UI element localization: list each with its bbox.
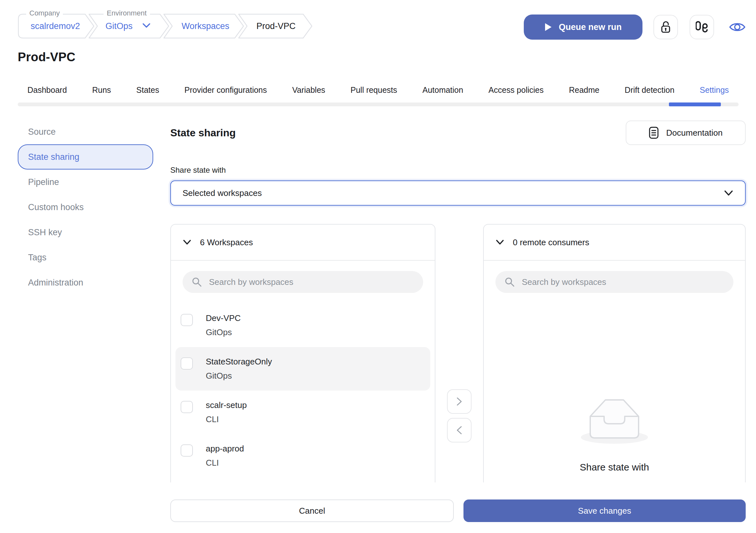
top-bar: Company scalrdemov2 Environment GitOps W… (0, 0, 756, 39)
breadcrumb-environment-label: Environment (103, 9, 150, 17)
transfer-controls (435, 224, 483, 482)
unlock-icon (660, 21, 672, 34)
unlock-button[interactable] (654, 15, 678, 39)
workspace-checkbox[interactable] (181, 357, 193, 369)
workspace-row-scalr-setup[interactable]: scalr-setup CLI (171, 391, 435, 434)
consumers-search-input[interactable] (522, 277, 724, 287)
link-button[interactable] (689, 15, 714, 39)
watch-button[interactable] (729, 21, 746, 33)
settings-sidebar: Source State sharing Pipeline Custom hoo… (18, 119, 153, 482)
sidebar-item-custom-hooks[interactable]: Custom hooks (18, 195, 153, 220)
chevron-down-icon[interactable] (182, 240, 192, 245)
workspace-row-statestorageonly[interactable]: StateStorageOnly GitOps (176, 347, 430, 391)
workspace-checkbox[interactable] (181, 444, 193, 457)
section-title: State sharing (170, 127, 236, 139)
form-footer: Cancel Save changes (170, 482, 746, 522)
remote-consumers-panel: 0 remote consumers (483, 224, 746, 482)
tab-pull-requests[interactable]: Pull requests (351, 86, 397, 95)
play-icon (544, 23, 552, 31)
tab-states[interactable]: States (136, 86, 159, 95)
tab-access-policies[interactable]: Access policies (489, 86, 544, 95)
workspace-row-dev-vpc[interactable]: Dev-VPC GitOps (171, 304, 435, 347)
tab-dashboard[interactable]: Dashboard (27, 86, 67, 95)
workspace-name: Dev-VPC (206, 313, 241, 323)
workspace-row-app-aprod[interactable]: app-aprod CLI (171, 434, 435, 478)
sidebar-item-pipeline[interactable]: Pipeline (18, 169, 153, 195)
tab-variables[interactable]: Variables (292, 86, 325, 95)
share-state-with-label: Share state with (170, 165, 746, 175)
breadcrumb-current-value: Prod-VPC (256, 21, 296, 31)
breadcrumb-environment-value[interactable]: GitOps (105, 21, 133, 31)
empty-state-text: Share state with (580, 462, 649, 473)
empty-state: Share state with (484, 293, 745, 473)
sidebar-item-source[interactable]: Source (18, 119, 153, 144)
documentation-label: Documentation (666, 128, 723, 138)
workspaces-search[interactable] (182, 271, 423, 293)
page-title: Prod-VPC (18, 50, 756, 64)
workspace-checkbox[interactable] (181, 401, 193, 413)
tab-automation[interactable]: Automation (422, 86, 463, 95)
eye-icon (729, 21, 746, 33)
breadcrumb-company-label: Company (26, 9, 63, 17)
workspace-environment: CLI (206, 415, 247, 424)
consumers-search[interactable] (496, 271, 733, 293)
workspaces-list: Dev-VPC GitOps StateStorageOnly GitOps (171, 304, 435, 482)
workspace-name: app-aprod (206, 444, 244, 454)
workspaces-panel-header[interactable]: 6 Workspaces (171, 225, 435, 261)
sidebar-item-state-sharing[interactable]: State sharing (18, 144, 153, 169)
workspace-checkbox[interactable] (181, 314, 193, 326)
chevron-down-icon[interactable] (142, 23, 150, 30)
share-mode-value: Selected workspaces (182, 188, 724, 198)
remote-consumers-title: 0 remote consumers (513, 238, 589, 247)
workspace-name: scalr-setup (206, 400, 247, 410)
queue-new-run-label: Queue new run (559, 22, 622, 32)
breadcrumb-environment[interactable]: Environment GitOps (88, 13, 169, 39)
breadcrumb-current: Prod-VPC (238, 13, 312, 39)
sidebar-item-tags[interactable]: Tags (18, 245, 153, 270)
workspaces-panel: 6 Workspaces Dev-VPC GitOps (170, 224, 435, 482)
remote-consumers-header[interactable]: 0 remote consumers (484, 225, 745, 261)
workspace-name: StateStorageOnly (206, 357, 272, 367)
workspace-environment: GitOps (206, 327, 241, 337)
workspace-environment: GitOps (206, 371, 272, 381)
workspace-row-test-vars[interactable]: test_vars (171, 478, 435, 482)
share-mode-select[interactable]: Selected workspaces (170, 180, 746, 206)
queue-new-run-button[interactable]: Queue new run (524, 14, 642, 39)
breadcrumb-workspaces[interactable]: Workspaces (163, 13, 244, 39)
active-tab-indicator (669, 102, 721, 106)
chevron-right-icon (456, 397, 463, 406)
tab-track (18, 102, 739, 106)
documentation-button[interactable]: Documentation (626, 120, 746, 145)
search-icon (504, 277, 515, 287)
tab-settings[interactable]: Settings (700, 86, 729, 95)
tab-runs[interactable]: Runs (92, 86, 111, 95)
cancel-button[interactable]: Cancel (170, 499, 454, 522)
workspaces-search-input[interactable] (209, 277, 414, 287)
breadcrumb-company-value[interactable]: scalrdemov2 (31, 21, 80, 31)
chevron-down-icon (724, 190, 733, 196)
sidebar-item-ssh-key[interactable]: SSH key (18, 220, 153, 245)
empty-tray-icon (579, 392, 650, 445)
sidebar-item-administration[interactable]: Administration (18, 270, 153, 295)
document-icon (649, 127, 659, 139)
workspace-environment: CLI (206, 458, 244, 468)
tab-readme[interactable]: Readme (569, 86, 600, 95)
chevron-left-icon (456, 425, 463, 435)
header-actions: Queue new run (524, 14, 746, 39)
breadcrumb-company[interactable]: Company scalrdemov2 (18, 13, 94, 39)
search-icon (192, 277, 202, 287)
move-right-button[interactable] (447, 389, 472, 414)
save-changes-button[interactable]: Save changes (464, 499, 746, 522)
tab-drift-detection[interactable]: Drift detection (625, 86, 674, 95)
breadcrumb-workspaces-value[interactable]: Workspaces (181, 21, 229, 31)
tab-bar: Dashboard Runs States Provider configura… (18, 86, 739, 106)
tab-provider-configurations[interactable]: Provider configurations (184, 86, 267, 95)
chevron-down-icon[interactable] (496, 240, 504, 245)
link-icon (696, 21, 708, 34)
breadcrumb: Company scalrdemov2 Environment GitOps W… (18, 13, 312, 39)
move-left-button[interactable] (447, 418, 472, 443)
workspaces-panel-title: 6 Workspaces (200, 238, 253, 247)
